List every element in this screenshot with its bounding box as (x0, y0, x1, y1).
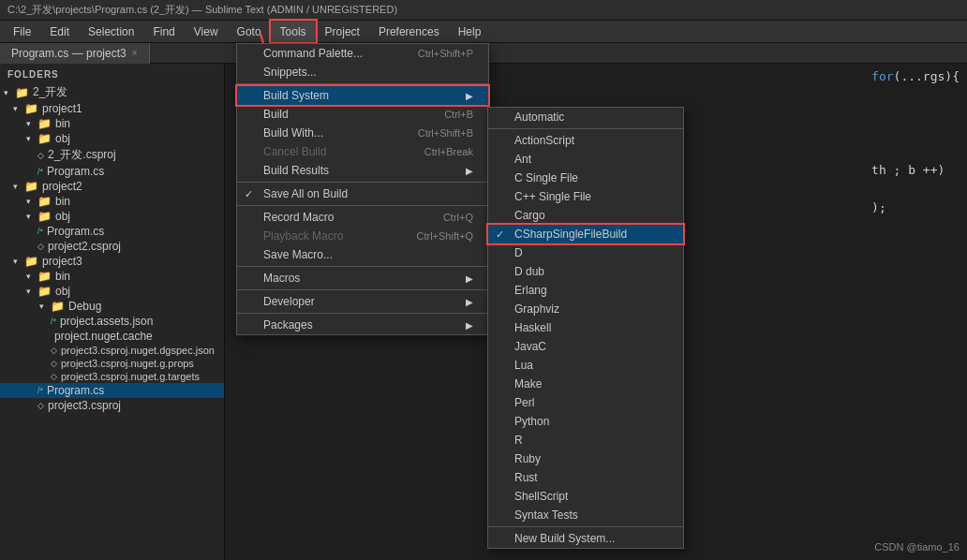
menu-divider (488, 128, 683, 129)
menu-automatic[interactable]: Automatic (488, 108, 683, 126)
tree-item-csproj3[interactable]: ◇ project3.csproj (0, 398, 224, 413)
menu-csharp[interactable]: ✓ CSharpSingleFileBuild (488, 225, 683, 243)
menu-lua[interactable]: Lua (488, 356, 683, 375)
menu-divider (237, 205, 488, 206)
active-tab[interactable]: Program.cs — project3 × (0, 43, 150, 64)
tree-item-project3[interactable]: ▾ 📁 project3 (0, 254, 224, 269)
checkmark-icon: ✓ (496, 228, 504, 241)
menu-syntax-tests[interactable]: Syntax Tests (488, 506, 683, 524)
menu-label: Cancel Build (263, 145, 424, 158)
menu-label: C Single File (514, 171, 668, 184)
xml-icon: ◇ (51, 346, 57, 355)
tree-item-obj2[interactable]: ▾ 📁 obj (0, 209, 224, 224)
tree-item-project1[interactable]: ▾ 📁 project1 (0, 101, 224, 116)
menu-edit[interactable]: Edit (40, 21, 79, 42)
tree-item-debug[interactable]: ▾ 📁 Debug (0, 299, 224, 314)
menu-new-build-system[interactable]: New Build System... (488, 529, 683, 548)
tree-item-csproj2[interactable]: ◇ project2.csproj (0, 239, 224, 254)
menu-label: Snippets... (263, 66, 473, 79)
tree-label: Program.cs (47, 384, 104, 397)
tree-item-g-props[interactable]: ◇ project3.csproj.nuget.g.props (0, 357, 224, 370)
menu-erlang[interactable]: Erlang (488, 281, 683, 300)
json-icon: /* (51, 317, 56, 326)
tree-item-dgspec[interactable]: ◇ project3.csproj.nuget.dgspec.json (0, 344, 224, 357)
menu-d[interactable]: D (488, 243, 683, 262)
cs-icon: /* (37, 167, 43, 176)
menu-goto[interactable]: Goto (228, 21, 271, 42)
menu-build-system[interactable]: Build System ▶ (237, 86, 488, 105)
menu-view[interactable]: View (185, 21, 228, 42)
tree-item-nuget-cache[interactable]: project.nuget.cache (0, 329, 224, 344)
arrow-icon: ▾ (26, 212, 37, 221)
code-overlay: for(...rgs){ th ; b ++) ); (864, 64, 967, 221)
xml-icon: ◇ (37, 151, 44, 160)
menu-snippets[interactable]: Snippets... (237, 63, 488, 81)
tools-menu[interactable]: Command Palette... Ctrl+Shift+P Snippets… (236, 43, 489, 335)
tree-item-bin3[interactable]: ▾ 📁 bin (0, 269, 224, 284)
menu-c-single[interactable]: C Single File (488, 169, 683, 187)
shortcut-label: Ctrl+B (444, 109, 473, 120)
menu-make[interactable]: Make (488, 375, 683, 393)
shortcut-label: Ctrl+Shift+B (418, 127, 473, 139)
build-system-menu[interactable]: Automatic ActionScript Ant C Single File… (487, 107, 684, 549)
menu-haskell[interactable]: Haskell (488, 318, 683, 337)
menu-ruby[interactable]: Ruby (488, 449, 683, 468)
tree-label: 2_开发.csproj (48, 147, 116, 163)
menu-cpp-single[interactable]: C++ Single File (488, 187, 683, 206)
menu-record-macro[interactable]: Record Macro Ctrl+Q (237, 208, 488, 227)
menu-r[interactable]: R (488, 431, 683, 449)
menu-rust[interactable]: Rust (488, 468, 683, 487)
tree-item-root[interactable]: ▾ 📁 2_开发 (0, 83, 224, 101)
checkmark-icon: ✓ (245, 188, 253, 200)
tree-item-csproj1[interactable]: ◇ 2_开发.csproj (0, 146, 224, 164)
menu-project[interactable]: Project (316, 21, 369, 42)
menu-javac[interactable]: JavaC (488, 337, 683, 356)
tree-item-obj1[interactable]: ▾ 📁 obj (0, 131, 224, 146)
menu-label: Make (514, 377, 668, 391)
menu-command-palette[interactable]: Command Palette... Ctrl+Shift+P (237, 44, 488, 63)
menu-shellscript[interactable]: ShellScript (488, 487, 683, 506)
menu-label: ActionScript (514, 134, 668, 147)
tree-item-program3[interactable]: /* Program.cs (0, 383, 224, 398)
tree-item-program2[interactable]: /* Program.cs (0, 224, 224, 239)
tab-close-button[interactable]: × (132, 48, 138, 58)
menu-graphviz[interactable]: Graphviz (488, 300, 683, 318)
menu-save-all-on-build[interactable]: ✓ Save All on Build (237, 184, 488, 203)
arrow-icon: ▾ (26, 272, 37, 281)
menu-preferences[interactable]: Preferences (369, 21, 449, 42)
menu-find[interactable]: Find (143, 21, 184, 42)
menu-divider (237, 289, 488, 290)
menu-packages[interactable]: Packages ▶ (237, 316, 488, 334)
tree-item-bin2[interactable]: ▾ 📁 bin (0, 194, 224, 209)
menu-ant[interactable]: Ant (488, 150, 683, 169)
tree-item-bin1[interactable]: ▾ 📁 bin (0, 116, 224, 131)
menu-build-with[interactable]: Build With... Ctrl+Shift+B (237, 124, 488, 142)
menu-tools[interactable]: Tools (271, 21, 316, 42)
tree-item-obj3[interactable]: ▾ 📁 obj (0, 284, 224, 299)
menu-file[interactable]: File (4, 21, 40, 42)
menu-build[interactable]: Build Ctrl+B (237, 105, 488, 124)
menu-macros[interactable]: Macros ▶ (237, 269, 488, 287)
menu-cargo[interactable]: Cargo (488, 206, 683, 225)
arrow-icon: ▾ (26, 134, 37, 143)
menu-label: Playback Macro (263, 229, 416, 243)
menu-help[interactable]: Help (449, 21, 491, 42)
menu-build-results[interactable]: Build Results ▶ (237, 161, 488, 180)
menu-selection[interactable]: Selection (79, 21, 143, 42)
tree-item-program1[interactable]: /* Program.cs (0, 164, 224, 179)
menu-save-macro[interactable]: Save Macro... (237, 245, 488, 264)
menu-developer[interactable]: Developer ▶ (237, 292, 488, 311)
arrow-icon: ▾ (13, 182, 24, 191)
menu-bar: File Edit Selection Find View Goto Tools… (0, 21, 967, 43)
menu-actionscript[interactable]: ActionScript (488, 131, 683, 150)
folder-icon: 📁 (24, 180, 38, 193)
menu-python[interactable]: Python (488, 412, 683, 431)
menu-label: CSharpSingleFileBuild (514, 228, 668, 241)
xml-icon: ◇ (51, 372, 57, 381)
menu-perl[interactable]: Perl (488, 393, 683, 412)
tree-item-g-targets[interactable]: ◇ project3.csproj.nuget.g.targets (0, 370, 224, 383)
tree-item-project2[interactable]: ▾ 📁 project2 (0, 179, 224, 194)
menu-label: Haskell (514, 321, 668, 334)
menu-d-dub[interactable]: D dub (488, 262, 683, 281)
tree-item-assets[interactable]: /* project.assets.json (0, 314, 224, 329)
